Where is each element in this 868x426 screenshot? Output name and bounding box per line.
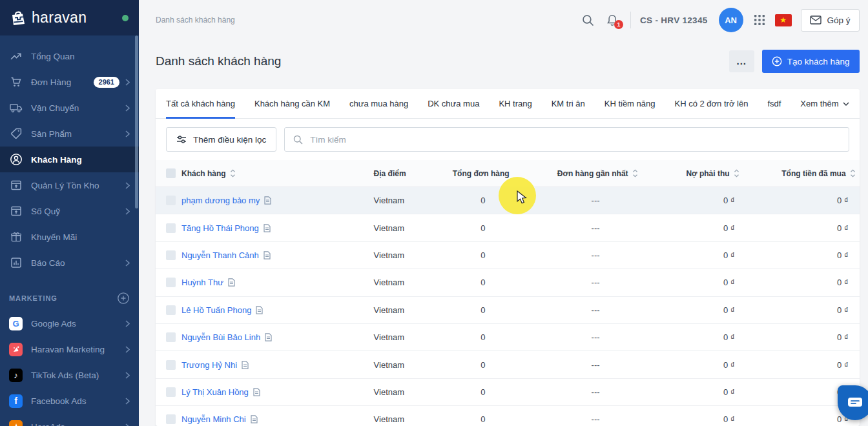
tab[interactable]: KH có 2 đơn trở lên [674, 89, 748, 118]
customer-receivable: 0 ₫ [638, 332, 739, 342]
customer-name-link[interactable]: Nguyễn Minh Chi [181, 414, 246, 424]
table-row: Tăng Hồ Thái Phong Vietnam 0 --- 0 ₫ 0 ₫ [156, 214, 860, 241]
customer-total-orders: 0 [471, 414, 513, 424]
avatar[interactable]: AN [719, 8, 743, 32]
customer-list-card: Tất cả khách hàngKhách hàng cần KMchưa m… [156, 89, 860, 426]
sidebar-item-haraads[interactable]: HaraAds [0, 414, 139, 426]
row-checkbox[interactable] [166, 360, 176, 370]
sidebar-item-person[interactable]: Khách Hàng [0, 147, 139, 172]
sidebar-scrollbar[interactable] [135, 36, 138, 208]
sidebar-item-cashbox[interactable]: Số Quỹ [0, 198, 139, 224]
sidebar-item-gift[interactable]: Khuyến Mãi [0, 224, 139, 250]
feedback-button[interactable]: Góp ý [801, 9, 860, 32]
breadcrumb: Danh sách khách hàng [156, 15, 235, 25]
row-checkbox[interactable] [166, 305, 176, 315]
sidebar-item-icon [9, 230, 23, 244]
row-checkbox[interactable] [166, 196, 176, 205]
sidebar-item-facebook[interactable]: f Facebook Ads [0, 388, 139, 414]
chevron-right-icon [125, 372, 130, 379]
brand-name: haravan [32, 9, 87, 26]
chevron-right-icon [125, 259, 130, 267]
sidebar-item-icon [9, 343, 23, 356]
sidebar-item-tag[interactable]: Sản Phẩm [0, 121, 139, 147]
tab[interactable]: chưa mua hàng [349, 89, 408, 118]
column-header-total-orders[interactable]: Tổng đơn hàng [471, 169, 513, 178]
row-checkbox[interactable] [166, 278, 176, 287]
customer-name-link[interactable]: phạm dương bảo my [181, 196, 260, 205]
vietnam-flag-icon[interactable]: ★ [775, 14, 792, 26]
customer-name-link[interactable]: Nguyễn Thanh Cảnh [181, 250, 259, 260]
tab[interactable]: KH tiềm năng [604, 89, 656, 118]
sidebar-item-icon: G [9, 317, 23, 330]
search-icon[interactable] [581, 14, 595, 27]
row-checkbox[interactable] [166, 223, 176, 233]
table-row: Nguyễn Thanh Cảnh Vietnam 0 --- 0 ₫ 0 ₫ [156, 242, 860, 269]
search-input[interactable] [310, 135, 840, 145]
chevron-right-icon [125, 79, 130, 86]
search-box [284, 127, 849, 152]
sidebar: haravan Tổng Quan Đơn Hàng 2961 Vận Chuy… [0, 0, 139, 426]
sidebar-item-google[interactable]: G Google Ads [0, 310, 139, 336]
sidebar-item-truck[interactable]: Vận Chuyển [0, 95, 139, 121]
sidebar-item-trend[interactable]: Tổng Quan [0, 43, 139, 69]
column-header-customer[interactable]: Khách hàng [181, 169, 374, 178]
more-actions-button[interactable]: ... [729, 50, 754, 72]
table-row: phạm dương bảo my Vietnam 0 --- 0 ₫ 0 ₫ [156, 187, 860, 214]
add-filter-button[interactable]: Thêm điều kiện lọc [166, 127, 276, 152]
sidebar-item-icon [9, 153, 23, 167]
online-status-dot [122, 15, 129, 21]
note-document-icon [242, 361, 249, 369]
customer-name-link[interactable]: Lê Hồ Tuấn Phong [181, 305, 251, 315]
customer-name-link[interactable]: Tăng Hồ Thái Phong [181, 223, 259, 233]
row-checkbox[interactable] [166, 387, 176, 397]
tab[interactable]: KM tri ân [552, 89, 585, 118]
sort-icon [632, 169, 638, 178]
tab-more[interactable]: Xem thêm [800, 89, 849, 118]
tab[interactable]: KH trang [499, 89, 532, 118]
tab[interactable]: Khách hàng cần KM [254, 89, 330, 118]
chevron-right-icon [125, 130, 130, 137]
customer-location: Vietnam [374, 223, 471, 233]
column-header-last-order[interactable]: Đơn hàng gần nhất [513, 169, 638, 178]
sidebar-item-icon [9, 179, 23, 192]
notifications-bell-icon[interactable]: 1 [606, 14, 619, 27]
envelope-icon [810, 15, 822, 25]
customer-name-link[interactable]: Nguyễn Bùi Bảo Linh [181, 332, 260, 342]
customer-name-link[interactable]: Trương Hỷ Nhi [181, 360, 237, 370]
customer-location: Vietnam [374, 196, 471, 205]
note-document-icon [264, 251, 271, 259]
apps-grid-icon[interactable] [753, 14, 766, 26]
row-checkbox[interactable] [166, 414, 176, 424]
sort-icon [850, 169, 856, 178]
sidebar-item-inventory[interactable]: Quản Lý Tồn Kho [0, 172, 139, 198]
create-customer-button[interactable]: Tạo khách hàng [762, 50, 860, 73]
chat-bubble-icon [847, 397, 863, 409]
customer-receivable: 0 ₫ [638, 223, 739, 233]
table-row: Nguyễn Minh Chi Vietnam 0 --- 0 ₫ 0 ₫ [156, 406, 860, 426]
table-row: Trương Hỷ Nhi Vietnam 0 --- 0 ₫ 0 ₫ [156, 351, 860, 378]
row-checkbox[interactable] [166, 250, 176, 260]
sidebar-item-tiktok[interactable]: ♪ TikTok Ads (Beta) [0, 362, 139, 388]
marketing-section-header: MARKETING [0, 287, 139, 309]
create-customer-label: Tạo khách hàng [787, 57, 850, 66]
tab[interactable]: fsdf [767, 89, 781, 118]
sidebar-item-hrvmkt[interactable]: Haravan Marketing [0, 336, 139, 362]
add-marketing-channel-icon[interactable] [117, 292, 130, 305]
customer-name-link[interactable]: Lý Thị Xuân Hồng [181, 387, 249, 397]
column-header-receivable[interactable]: Nợ phải thu [638, 169, 739, 178]
customer-total-orders: 0 [471, 387, 513, 397]
sidebar-item-report[interactable]: Báo Cáo [0, 250, 139, 276]
customer-name-link[interactable]: Huỳnh Thư [181, 278, 223, 287]
row-checkbox[interactable] [166, 332, 176, 342]
tab[interactable]: DK chưa mua [428, 89, 479, 118]
tab[interactable]: Tất cả khách hàng [166, 89, 235, 118]
add-filter-label: Thêm điều kiện lọc [193, 135, 266, 145]
customer-last-order: --- [513, 414, 638, 424]
select-all-checkbox[interactable] [166, 168, 176, 178]
sidebar-item-cart[interactable]: Đơn Hàng 2961 [0, 69, 139, 95]
feedback-label: Góp ý [827, 15, 851, 25]
account-name[interactable]: CS - HRV 12345 [640, 15, 708, 25]
filter-row: Thêm điều kiện lọc [156, 119, 860, 160]
search-icon [293, 134, 304, 145]
column-header-total-spent[interactable]: Tổng tiền đã mua [739, 169, 856, 178]
